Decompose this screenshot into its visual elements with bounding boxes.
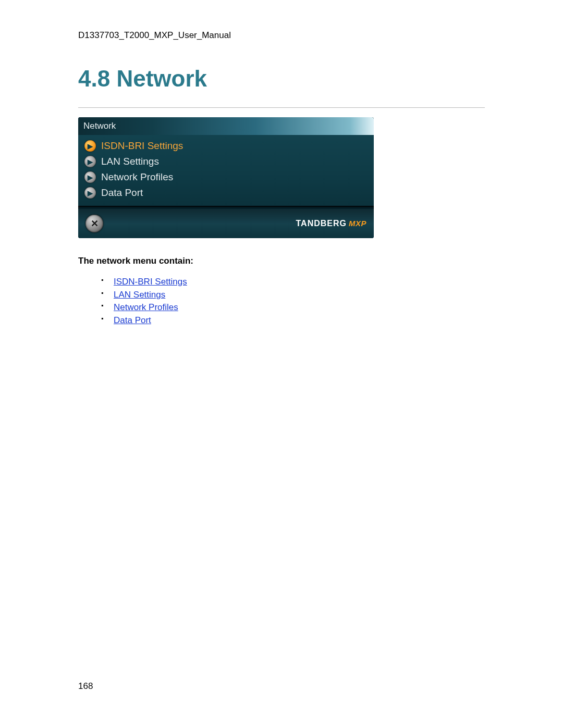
brand-main-text: TANDBERG <box>296 219 347 228</box>
list-item: Data Port <box>101 314 485 327</box>
menu-item-isdn-bri-settings[interactable]: ▶ ISDN-BRI Settings <box>82 138 370 154</box>
menu-item-label: Data Port <box>101 187 143 199</box>
play-icon: ▶ <box>84 140 96 152</box>
document-header: D1337703_T2000_MXP_User_Manual <box>78 30 485 41</box>
page-number: 168 <box>78 681 93 692</box>
menu-titlebar: Network <box>78 117 374 135</box>
link-lan-settings[interactable]: LAN Settings <box>114 290 165 300</box>
play-icon: ▶ <box>84 156 96 167</box>
play-icon: ▶ <box>84 171 96 183</box>
menu-title: Network <box>83 121 116 131</box>
brand-sub-text: MXP <box>349 219 366 228</box>
list-item: ISDN-BRI Settings <box>101 276 485 289</box>
menu-footer: ✕ TANDBERG MXP <box>78 209 374 238</box>
list-item: Network Profiles <box>101 301 485 314</box>
menu-list: ▶ ISDN-BRI Settings ▶ LAN Settings ▶ Net… <box>78 135 374 206</box>
menu-item-label: Network Profiles <box>101 171 173 183</box>
link-network-profiles[interactable]: Network Profiles <box>114 302 178 312</box>
link-data-port[interactable]: Data Port <box>114 315 151 325</box>
network-menu-screenshot: Network ▶ ISDN-BRI Settings ▶ LAN Settin… <box>78 117 374 238</box>
play-icon: ▶ <box>84 187 96 199</box>
divider <box>78 107 485 108</box>
list-item: LAN Settings <box>101 289 485 302</box>
section-heading: 4.8 Network <box>78 66 485 92</box>
menu-item-label: LAN Settings <box>101 156 159 167</box>
menu-item-lan-settings[interactable]: ▶ LAN Settings <box>82 154 370 169</box>
menu-item-label: ISDN-BRI Settings <box>101 140 183 152</box>
brand-logo: TANDBERG MXP <box>296 219 367 228</box>
close-button[interactable]: ✕ <box>85 215 103 232</box>
link-list: ISDN-BRI Settings LAN Settings Network P… <box>78 276 485 327</box>
menu-item-data-port[interactable]: ▶ Data Port <box>82 185 370 201</box>
menu-item-network-profiles[interactable]: ▶ Network Profiles <box>82 169 370 185</box>
section-lead: The network menu contain: <box>78 256 485 266</box>
link-isdn-bri-settings[interactable]: ISDN-BRI Settings <box>114 277 187 287</box>
close-icon: ✕ <box>91 218 99 229</box>
